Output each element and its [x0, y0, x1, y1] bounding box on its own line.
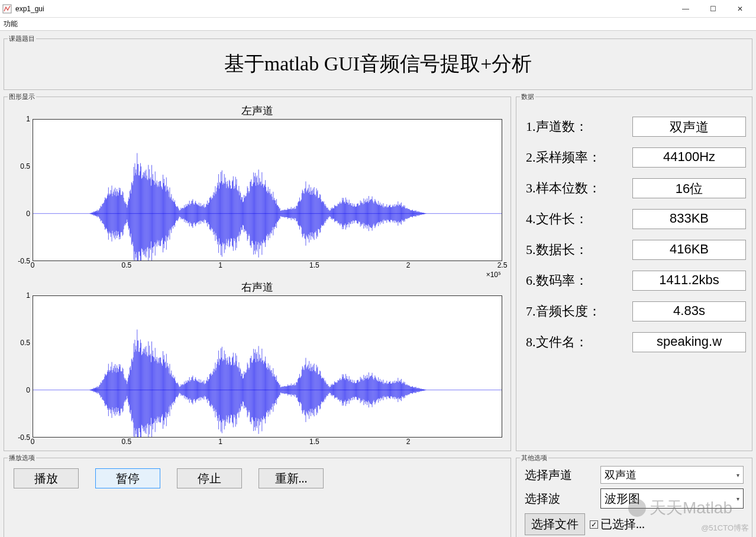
chart-left-xscale: ×10⁵ — [33, 271, 502, 279]
maximize-button[interactable]: ☐ — [699, 0, 726, 18]
chart-right-title: 右声道 — [12, 280, 502, 294]
chevron-down-icon: ▾ — [736, 496, 739, 502]
chart-left: 左声道 1 0.5 0 -0.5 0 0.5 1 1.5 — [8, 102, 507, 279]
other-group: 其他选项 选择声道 双声道 ▾ 选择波 波形图 ▾ 选择文件 ✓ 已选择 — [516, 454, 752, 537]
data-row: 3.样本位数：16位 — [526, 178, 746, 198]
minimize-button[interactable]: — — [672, 0, 699, 18]
data-row: 5.数据长：416KB — [526, 240, 746, 260]
data-row-label: 8.文件名： — [526, 333, 632, 351]
data-row-label: 3.样本位数： — [526, 179, 632, 197]
chart-left-title: 左声道 — [12, 104, 502, 118]
title-group: 课题题目 基于matlab GUI音频信号提取+分析 — [4, 34, 752, 90]
data-row-value: 双声道 — [632, 117, 746, 137]
pause-button[interactable]: 暂停 — [95, 468, 160, 488]
data-row-label: 6.数码率： — [526, 272, 632, 290]
channel-select-value: 双声道 — [605, 468, 637, 482]
data-row-value: 416KB — [632, 240, 746, 260]
data-row-label: 4.文件长： — [526, 210, 632, 228]
menubar: 功能 — [0, 18, 756, 31]
playback-legend: 播放选项 — [8, 454, 36, 462]
charts-legend: 图形显示 — [8, 92, 36, 101]
wave-label: 选择波 — [525, 491, 596, 507]
reload-button[interactable]: 重新... — [259, 468, 324, 488]
data-row: 6.数码率：1411.2kbs — [526, 271, 746, 291]
chart-right: 右声道 1 0.5 0 -0.5 0 0.5 1 1.5 — [8, 279, 507, 447]
data-row-label: 7.音频长度： — [526, 303, 632, 320]
choose-file-button[interactable]: 选择文件 — [525, 513, 585, 535]
data-row: 4.文件长：833KB — [526, 209, 746, 229]
channel-label: 选择声道 — [525, 467, 596, 483]
wave-select-value: 波形图 — [605, 491, 640, 507]
app-icon — [2, 4, 12, 14]
chevron-down-icon: ▾ — [736, 472, 739, 478]
data-row: 8.文件名：speaking.w — [526, 332, 746, 352]
chart-right-yaxis: 1 0.5 0 -0.5 — [12, 295, 33, 438]
data-row-value: 833KB — [632, 209, 746, 229]
file-selected-label: 已选择... — [600, 516, 645, 532]
stop-button[interactable]: 停止 — [177, 468, 242, 488]
charts-group: 图形显示 左声道 1 0.5 0 -0.5 0 0.5 — [4, 92, 511, 451]
close-button[interactable]: ✕ — [726, 0, 754, 18]
data-row: 2.采样频率：44100Hz — [526, 147, 746, 168]
file-selected-checkbox[interactable]: ✓ — [590, 520, 598, 529]
data-row: 7.音频长度：4.83s — [526, 301, 746, 321]
menu-function[interactable]: 功能 — [4, 19, 18, 29]
data-group: 数据 1.声道数：双声道2.采样频率：44100Hz3.样本位数：16位4.文件… — [516, 92, 752, 451]
chart-right-xaxis: 0 0.5 1 1.5 2 — [33, 438, 502, 447]
data-row-label: 5.数据长： — [526, 241, 632, 259]
title-legend: 课题题目 — [8, 34, 36, 43]
window-titlebar: exp1_gui — ☐ ✕ — [0, 0, 756, 18]
data-row: 1.声道数：双声道 — [526, 117, 746, 137]
chart-left-plot[interactable] — [33, 119, 502, 261]
chart-right-plot[interactable] — [33, 295, 502, 438]
data-row-value: 16位 — [632, 178, 746, 198]
page-title: 基于matlab GUI音频信号提取+分析 — [8, 44, 748, 86]
channel-select[interactable]: 双声道 ▾ — [600, 466, 744, 484]
window-title: exp1_gui — [15, 5, 672, 13]
data-row-label: 1.声道数： — [526, 118, 632, 136]
data-row-value: 44100Hz — [632, 147, 746, 168]
data-row-value: speaking.w — [632, 332, 746, 352]
data-row-value: 4.83s — [632, 301, 746, 321]
data-legend: 数据 — [520, 92, 535, 101]
chart-left-yaxis: 1 0.5 0 -0.5 — [12, 119, 33, 261]
other-legend: 其他选项 — [520, 454, 548, 462]
wave-select[interactable]: 波形图 ▾ — [600, 488, 744, 509]
data-row-label: 2.采样频率： — [526, 149, 632, 166]
chart-left-xaxis: 0 0.5 1 1.5 2 2.5 — [33, 261, 502, 271]
playback-group: 播放选项 播放 暂停 停止 重新... — [4, 454, 511, 537]
data-row-value: 1411.2kbs — [632, 271, 746, 291]
play-button[interactable]: 播放 — [14, 468, 79, 488]
